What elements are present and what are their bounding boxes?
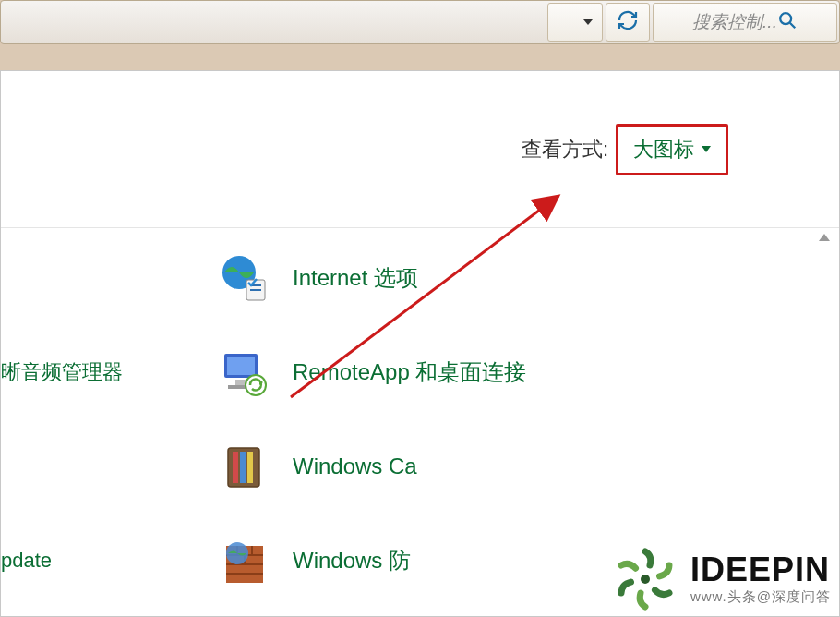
svg-rect-13 [240, 452, 246, 483]
search-input[interactable]: 搜索控制... [653, 3, 837, 42]
item-label: Windows 防 [293, 546, 411, 575]
item-label: Internet 选项 [293, 263, 418, 293]
view-by-label: 查看方式: [522, 136, 608, 163]
list-item[interactable]: Windows Ca [1, 439, 839, 494]
control-panel-items: Internet 选项 晰音频管理器 [1, 250, 839, 588]
list-item[interactable]: 晰音频管理器 RemoteApp 和桌面连接 [1, 345, 839, 400]
svg-rect-7 [227, 357, 255, 375]
svg-point-24 [641, 575, 650, 584]
path-dropdown[interactable] [547, 3, 603, 42]
control-panel-window: 查看方式: 大图标 [0, 70, 840, 617]
search-placeholder: 搜索控制... [692, 10, 777, 34]
chevron-down-icon [702, 146, 711, 152]
refresh-button[interactable] [606, 3, 650, 42]
item-label: Windows Ca [293, 454, 417, 479]
remoteapp-icon [219, 346, 270, 398]
spiral-icon [609, 543, 681, 615]
internet-options-icon [219, 252, 270, 304]
explorer-toolbar: 搜索控制... [0, 0, 840, 44]
search-icon [777, 10, 798, 34]
svg-rect-14 [247, 452, 253, 483]
refresh-icon [617, 9, 639, 35]
windows-cardspace-icon [219, 441, 270, 492]
view-by-dropdown[interactable]: 大图标 [616, 124, 728, 175]
watermark-brand: IDEEPIN [690, 553, 830, 587]
svg-line-1 [790, 23, 796, 29]
svg-point-0 [780, 13, 791, 24]
item-fragment-left: 晰音频管理器 [1, 358, 186, 386]
svg-rect-12 [233, 452, 238, 483]
windows-firewall-icon [219, 535, 270, 587]
item-fragment-left: pdate [1, 549, 186, 573]
list-item[interactable]: Internet 选项 [1, 250, 839, 306]
view-by-selected: 大图标 [633, 136, 694, 163]
chevron-down-icon [583, 19, 593, 25]
watermark-subtext: www.头条@深度问答 [690, 588, 831, 606]
scroll-up-arrow-icon[interactable] [819, 234, 830, 241]
view-header: 查看方式: 大图标 [1, 71, 839, 228]
watermark-logo: IDEEPIN www.头条@深度问答 [606, 539, 834, 615]
item-label: RemoteApp 和桌面连接 [293, 357, 526, 387]
